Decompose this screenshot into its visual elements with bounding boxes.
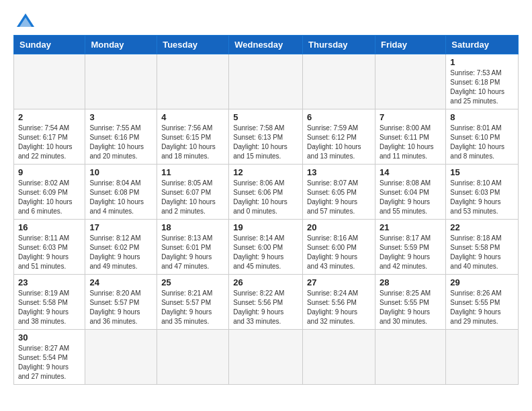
calendar-cell (375, 54, 445, 109)
calendar-cell: 3Sunrise: 7:55 AM Sunset: 6:16 PM Daylig… (85, 109, 157, 165)
calendar-cell (14, 54, 85, 109)
calendar-cell: 15Sunrise: 8:10 AM Sunset: 6:03 PM Dayli… (446, 165, 519, 220)
day-info: Sunrise: 8:18 AM Sunset: 5:58 PM Dayligh… (450, 234, 514, 271)
day-info: Sunrise: 7:58 AM Sunset: 6:13 PM Dayligh… (233, 124, 298, 161)
day-number: 28 (380, 277, 441, 287)
calendar-cell: 27Sunrise: 8:24 AM Sunset: 5:56 PM Dayli… (303, 275, 375, 330)
page-header (13, 13, 519, 28)
calendar-cell (375, 330, 445, 385)
weekday-header-wednesday: Wednesday (229, 36, 303, 54)
weekday-header-friday: Friday (375, 36, 445, 54)
calendar-cell (229, 330, 303, 385)
calendar-cell (229, 54, 303, 109)
logo-icon (15, 12, 36, 28)
calendar-cell: 30Sunrise: 8:27 AM Sunset: 5:54 PM Dayli… (14, 330, 85, 385)
week-row-6: 30Sunrise: 8:27 AM Sunset: 5:54 PM Dayli… (14, 330, 519, 385)
calendar-cell: 19Sunrise: 8:14 AM Sunset: 6:00 PM Dayli… (229, 220, 303, 275)
weekday-header-sunday: Sunday (14, 36, 85, 54)
calendar-cell: 10Sunrise: 8:04 AM Sunset: 6:08 PM Dayli… (85, 165, 157, 220)
week-row-2: 2Sunrise: 7:54 AM Sunset: 6:17 PM Daylig… (14, 109, 519, 165)
day-info: Sunrise: 8:11 AM Sunset: 6:03 PM Dayligh… (18, 234, 81, 271)
day-number: 1 (450, 57, 514, 67)
day-info: Sunrise: 8:10 AM Sunset: 6:03 PM Dayligh… (450, 179, 514, 216)
weekday-header-row: SundayMondayTuesdayWednesdayThursdayFrid… (14, 36, 519, 54)
day-info: Sunrise: 8:25 AM Sunset: 5:55 PM Dayligh… (380, 289, 441, 326)
calendar-cell: 12Sunrise: 8:06 AM Sunset: 6:06 PM Dayli… (229, 165, 303, 220)
calendar-cell: 29Sunrise: 8:26 AM Sunset: 5:55 PM Dayli… (446, 275, 519, 330)
day-number: 24 (89, 277, 152, 287)
day-number: 5 (233, 112, 298, 122)
day-info: Sunrise: 8:08 AM Sunset: 6:04 PM Dayligh… (380, 179, 441, 216)
day-info: Sunrise: 8:14 AM Sunset: 6:00 PM Dayligh… (233, 234, 298, 271)
day-number: 20 (307, 222, 371, 232)
week-row-5: 23Sunrise: 8:19 AM Sunset: 5:58 PM Dayli… (14, 275, 519, 330)
day-number: 17 (89, 222, 152, 232)
day-info: Sunrise: 8:20 AM Sunset: 5:57 PM Dayligh… (89, 289, 152, 326)
day-info: Sunrise: 8:13 AM Sunset: 6:01 PM Dayligh… (161, 234, 224, 271)
calendar-cell (303, 54, 375, 109)
day-number: 27 (307, 277, 371, 287)
weekday-header-monday: Monday (85, 36, 157, 54)
day-info: Sunrise: 7:59 AM Sunset: 6:12 PM Dayligh… (307, 124, 371, 161)
calendar-cell: 9Sunrise: 8:02 AM Sunset: 6:09 PM Daylig… (14, 165, 85, 220)
weekday-header-thursday: Thursday (303, 36, 375, 54)
day-number: 10 (89, 167, 152, 177)
calendar-cell: 5Sunrise: 7:58 AM Sunset: 6:13 PM Daylig… (229, 109, 303, 165)
calendar-table: SundayMondayTuesdayWednesdayThursdayFrid… (13, 35, 519, 385)
day-info: Sunrise: 7:54 AM Sunset: 6:17 PM Dayligh… (18, 124, 81, 161)
day-number: 11 (161, 167, 224, 177)
calendar-cell: 22Sunrise: 8:18 AM Sunset: 5:58 PM Dayli… (446, 220, 519, 275)
day-number: 29 (450, 277, 514, 287)
day-info: Sunrise: 7:53 AM Sunset: 6:18 PM Dayligh… (450, 68, 514, 106)
day-number: 19 (233, 222, 298, 232)
calendar-cell: 1Sunrise: 7:53 AM Sunset: 6:18 PM Daylig… (446, 54, 519, 109)
week-row-4: 16Sunrise: 8:11 AM Sunset: 6:03 PM Dayli… (14, 220, 519, 275)
day-info: Sunrise: 8:19 AM Sunset: 5:58 PM Dayligh… (18, 289, 81, 326)
calendar-cell: 21Sunrise: 8:17 AM Sunset: 5:59 PM Dayli… (375, 220, 445, 275)
day-number: 21 (380, 222, 441, 232)
day-info: Sunrise: 8:26 AM Sunset: 5:55 PM Dayligh… (450, 289, 514, 326)
day-number: 6 (307, 112, 371, 122)
day-number: 2 (18, 112, 81, 122)
day-number: 15 (450, 167, 514, 177)
day-info: Sunrise: 8:27 AM Sunset: 5:54 PM Dayligh… (18, 344, 81, 381)
day-info: Sunrise: 8:00 AM Sunset: 6:11 PM Dayligh… (380, 124, 441, 161)
day-info: Sunrise: 7:55 AM Sunset: 6:16 PM Dayligh… (89, 124, 152, 161)
calendar-cell: 18Sunrise: 8:13 AM Sunset: 6:01 PM Dayli… (157, 220, 229, 275)
day-number: 26 (233, 277, 298, 287)
day-info: Sunrise: 8:12 AM Sunset: 6:02 PM Dayligh… (89, 234, 152, 271)
calendar-cell (446, 330, 519, 385)
calendar-cell: 8Sunrise: 8:01 AM Sunset: 6:10 PM Daylig… (446, 109, 519, 165)
day-number: 7 (380, 112, 441, 122)
calendar-cell: 17Sunrise: 8:12 AM Sunset: 6:02 PM Dayli… (85, 220, 157, 275)
calendar-cell: 14Sunrise: 8:08 AM Sunset: 6:04 PM Dayli… (375, 165, 445, 220)
day-info: Sunrise: 7:56 AM Sunset: 6:15 PM Dayligh… (161, 124, 224, 161)
day-info: Sunrise: 8:21 AM Sunset: 5:57 PM Dayligh… (161, 289, 224, 326)
weekday-header-saturday: Saturday (446, 36, 519, 54)
day-number: 9 (18, 167, 81, 177)
calendar-cell: 24Sunrise: 8:20 AM Sunset: 5:57 PM Dayli… (85, 275, 157, 330)
day-number: 18 (161, 222, 224, 232)
day-number: 12 (233, 167, 298, 177)
calendar-cell: 28Sunrise: 8:25 AM Sunset: 5:55 PM Dayli… (375, 275, 445, 330)
calendar-cell: 11Sunrise: 8:05 AM Sunset: 6:07 PM Dayli… (157, 165, 229, 220)
calendar-cell: 13Sunrise: 8:07 AM Sunset: 6:05 PM Dayli… (303, 165, 375, 220)
day-number: 13 (307, 167, 371, 177)
calendar-cell: 25Sunrise: 8:21 AM Sunset: 5:57 PM Dayli… (157, 275, 229, 330)
calendar-cell (157, 330, 229, 385)
calendar-cell (157, 54, 229, 109)
day-info: Sunrise: 8:05 AM Sunset: 6:07 PM Dayligh… (161, 179, 224, 216)
day-info: Sunrise: 8:24 AM Sunset: 5:56 PM Dayligh… (307, 289, 371, 326)
day-number: 14 (380, 167, 441, 177)
day-info: Sunrise: 8:01 AM Sunset: 6:10 PM Dayligh… (450, 124, 514, 161)
calendar-cell: 7Sunrise: 8:00 AM Sunset: 6:11 PM Daylig… (375, 109, 445, 165)
weekday-header-tuesday: Tuesday (157, 36, 229, 54)
calendar-cell: 4Sunrise: 7:56 AM Sunset: 6:15 PM Daylig… (157, 109, 229, 165)
day-number: 4 (161, 112, 224, 122)
day-info: Sunrise: 8:22 AM Sunset: 5:56 PM Dayligh… (233, 289, 298, 326)
week-row-3: 9Sunrise: 8:02 AM Sunset: 6:09 PM Daylig… (14, 165, 519, 220)
calendar-cell: 26Sunrise: 8:22 AM Sunset: 5:56 PM Dayli… (229, 275, 303, 330)
calendar-cell: 16Sunrise: 8:11 AM Sunset: 6:03 PM Dayli… (14, 220, 85, 275)
day-number: 16 (18, 222, 81, 232)
day-info: Sunrise: 8:02 AM Sunset: 6:09 PM Dayligh… (18, 179, 81, 216)
